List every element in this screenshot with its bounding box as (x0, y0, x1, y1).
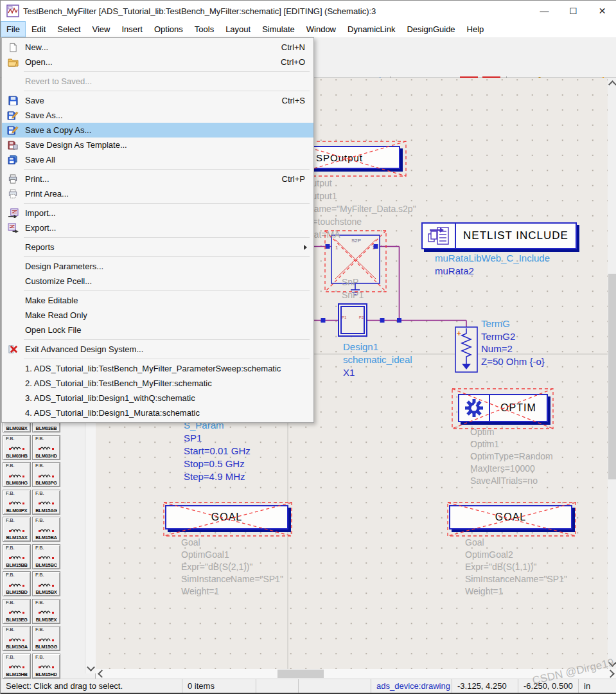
menubar-item-select[interactable]: Select (51, 21, 86, 37)
palette-item-blm15ag[interactable]: F.B.BLM15AG (32, 490, 60, 515)
file-menu-item-customize-pcell[interactable]: Customize Pcell... (2, 274, 313, 289)
design1-port2-label: P2 (359, 316, 364, 319)
menu-shortcut: Ctrl+P (282, 174, 305, 184)
palette-item-blm15eg[interactable]: F.B.BLM15EG (3, 599, 31, 624)
file-menu-item-label: Print Area... (25, 189, 69, 199)
optim-component[interactable]: OPTIM (458, 394, 548, 422)
file-menu-item-save-as[interactable]: Save As... (2, 108, 313, 123)
palette-scroll-down-icon[interactable] (85, 663, 96, 673)
file-menu-item-open[interactable]: Open...Ctrl+O (2, 55, 313, 69)
palette-item-label: BLM15HB (6, 672, 27, 677)
palette-item-blm15gg[interactable]: F.B.BLM15GG (32, 626, 60, 651)
file-menu-item-export[interactable]: Export... (2, 220, 313, 235)
palette-item-prefix: F.B. (6, 600, 15, 605)
maximize-button[interactable]: ☐ (559, 1, 588, 21)
schematic-text-line: Goal (465, 537, 567, 549)
printarea-icon (6, 188, 19, 199)
palette-item-blm15hd[interactable]: F.B.BLM15HD (32, 654, 60, 679)
menubar-item-help[interactable]: Help (461, 21, 490, 37)
scroll-right-icon[interactable] (606, 669, 616, 679)
scroll-left-icon[interactable] (96, 669, 106, 679)
netlist-include-component[interactable]: NETLIST INCLUDE (421, 222, 577, 249)
file-menu-item-design-parameters[interactable]: Design Parameters... (2, 259, 313, 274)
goal1-component[interactable]: GOAL (165, 505, 288, 529)
scroll-up-icon[interactable] (608, 78, 616, 88)
palette-item-blm03pg[interactable]: F.B.BLM03PG (32, 462, 60, 487)
menubar-item-tools[interactable]: Tools (189, 21, 220, 37)
optim-gear-icon (464, 398, 484, 418)
menubar-item-designguide[interactable]: DesignGuide (401, 21, 461, 37)
file-menu-item-reports[interactable]: Reports (2, 240, 313, 254)
palette-item-blm15bx[interactable]: F.B.BLM15BX (32, 571, 60, 596)
palette-item-blm15ba[interactable]: F.B.BLM15BA (32, 517, 60, 542)
palette-item-blm03hd[interactable]: F.B.BLM03HD (32, 435, 60, 460)
menubar-item-edit[interactable]: Edit (26, 21, 51, 37)
design1-component[interactable]: P1 P2 (338, 303, 367, 337)
menubar-item-file[interactable]: File (1, 21, 26, 37)
file-menu-item-print-area[interactable]: Print Area... (2, 186, 313, 201)
status-cell-7: in (579, 679, 616, 693)
horizontal-scrollbar[interactable] (96, 669, 616, 679)
file-menu-item-1-ads-tutorial-lib-testbench-myfilter-parametersweep-schematic[interactable]: 1. ADS_Tutorial_lib:TestBench_MyFilter_P… (2, 361, 313, 376)
palette-item-blm03hb[interactable]: F.B.BLM03HB (3, 435, 31, 460)
menubar-item-options[interactable]: Options (148, 21, 189, 37)
new-icon (6, 42, 19, 53)
menubar-item-layout[interactable]: Layout (220, 21, 256, 37)
file-menu-item-new[interactable]: New...Ctrl+N (2, 40, 313, 55)
palette-item-blm15hb[interactable]: F.B.BLM15HB (3, 654, 31, 679)
menu-separator (24, 91, 310, 91)
palette-item-prefix: F.B. (6, 627, 15, 632)
snp-port1: 1 (335, 245, 339, 251)
schematic-text-line: Weight=1 (181, 585, 283, 598)
file-menu-item-label: Save Design As Template... (25, 140, 127, 150)
sparam-labels: S_ParamSP1Start=0.01 GHzStop=0.5 GHzStep… (184, 419, 251, 483)
palette-item-blm15bb[interactable]: F.B.BLM15BB (3, 544, 31, 569)
minimize-button[interactable]: — (530, 1, 559, 21)
ferrite-bead-icon (8, 524, 25, 535)
schematic-text-line: muRataLibWeb_C_Include (435, 252, 550, 265)
palette-item-prefix: F.B. (35, 546, 44, 551)
file-menu-item-revert-to-saved[interactable]: Revert to Saved... (2, 74, 313, 89)
menubar-item-dynamiclink[interactable]: DynamicLink (342, 21, 401, 37)
palette-item-blm03px[interactable]: F.B.BLM03PX (3, 490, 31, 515)
schematic-text-line: schematic_ideal (343, 353, 412, 366)
file-menu-item-exit-advanced-design-system[interactable]: Exit Advanced Design System... (2, 342, 313, 357)
file-menu-item-save[interactable]: SaveCtrl+S (2, 93, 313, 108)
schematic-text-line: SnP1 (342, 289, 364, 301)
menubar-item-insert[interactable]: Insert (116, 21, 148, 37)
scroll-down-icon[interactable] (608, 659, 616, 669)
palette-item-blm03hg[interactable]: F.B.BLM03HG (3, 462, 31, 487)
vertical-scrollbar[interactable] (608, 78, 616, 669)
ferrite-bead-icon (38, 496, 55, 508)
file-menu-item-print[interactable]: Print...Ctrl+P (2, 172, 313, 186)
file-menu-item-save-design-as-template[interactable]: Save Design As Template... (2, 138, 313, 152)
menubar-item-simulate[interactable]: Simulate (256, 21, 301, 37)
menu-separator (24, 237, 310, 238)
file-menu-item-save-all[interactable]: Save All (2, 152, 313, 167)
file-menu-item-3-ads-tutorial-lib-design1-withq-schematic[interactable]: 3. ADS_Tutorial_lib:Design1_withQ:schema… (2, 391, 313, 405)
horizontal-scrollbar-thumb[interactable] (277, 670, 324, 678)
file-menu-item-open-lock-file[interactable]: Open Lock File (2, 323, 313, 337)
file-menu-item-2-ads-tutorial-lib-testbench-myfilter-schematic[interactable]: 2. ADS_Tutorial_lib:TestBench_MyFilter:s… (2, 376, 313, 391)
file-menu-item-label: 4. ADS_Tutorial_lib:Design1_Murata:schem… (25, 408, 200, 418)
palette-item-label: BLM15HD (35, 672, 57, 677)
file-menu-item-4-ads-tutorial-lib-design1-murata-schematic[interactable]: 4. ADS_Tutorial_lib:Design1_Murata:schem… (2, 405, 313, 420)
palette-item-blm15bc[interactable]: F.B.BLM15BC (32, 544, 60, 569)
palette-item-blm15bd[interactable]: F.B.BLM15BD (3, 571, 31, 596)
saveall-icon (6, 154, 19, 165)
menubar-item-window[interactable]: Window (301, 21, 342, 37)
goal2-component[interactable]: GOAL (449, 505, 572, 529)
file-menu-item-make-read-only[interactable]: Make Read Only (2, 308, 313, 323)
file-menu-item-save-a-copy-as[interactable]: Save a Copy As... (2, 123, 313, 138)
palette-item-blm15ax[interactable]: F.B.BLM15AX (3, 517, 31, 542)
file-menu-item-make-editable[interactable]: Make Editable (2, 293, 313, 308)
file-menu-item-label: Revert to Saved... (25, 76, 92, 86)
menubar-item-view[interactable]: View (87, 21, 116, 37)
palette-item-blm15ga[interactable]: F.B.BLM15GA (3, 626, 31, 651)
goal1-params: GoalOptimGoal1Expr="dB(S(2,1))"SimInstan… (181, 537, 283, 598)
palette-item-blm15ex[interactable]: F.B.BLM15EX (32, 599, 60, 624)
close-button[interactable]: ✕ (588, 1, 616, 21)
netlist-label: NETLIST INCLUDE (463, 229, 568, 242)
vertical-scrollbar-thumb[interactable] (608, 274, 616, 479)
file-menu-item-import[interactable]: Import... (2, 206, 313, 220)
